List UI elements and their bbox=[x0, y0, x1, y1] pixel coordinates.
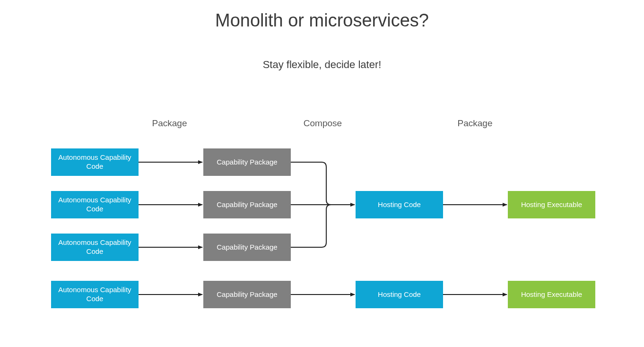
box-autonomous-capability-3: Autonomous Capability Code bbox=[51, 234, 139, 261]
box-hosting-code-1: Hosting Code bbox=[356, 191, 443, 218]
column-label-compose: Compose bbox=[279, 118, 366, 129]
merge-branch-top bbox=[291, 162, 355, 205]
box-autonomous-capability-2: Autonomous Capability Code bbox=[51, 191, 139, 218]
box-capability-package-2: Capability Package bbox=[203, 191, 291, 218]
box-capability-package-4: Capability Package bbox=[203, 281, 291, 308]
column-label-package-1: Package bbox=[126, 118, 213, 129]
diagram-title: Monolith or microservices? bbox=[0, 10, 644, 31]
box-hosting-code-2: Hosting Code bbox=[356, 281, 443, 308]
box-autonomous-capability-1: Autonomous Capability Code bbox=[51, 148, 139, 176]
box-hosting-executable-1: Hosting Executable bbox=[508, 191, 595, 218]
box-autonomous-capability-4: Autonomous Capability Code bbox=[51, 281, 139, 308]
box-capability-package-3: Capability Package bbox=[203, 234, 291, 261]
merge-branch-bot bbox=[291, 205, 355, 247]
diagram-canvas: Monolith or microservices? Stay flexible… bbox=[0, 0, 644, 347]
box-hosting-executable-2: Hosting Executable bbox=[508, 281, 595, 308]
diagram-subtitle: Stay flexible, decide later! bbox=[0, 59, 644, 71]
box-capability-package-1: Capability Package bbox=[203, 148, 291, 176]
column-label-package-2: Package bbox=[431, 118, 519, 129]
